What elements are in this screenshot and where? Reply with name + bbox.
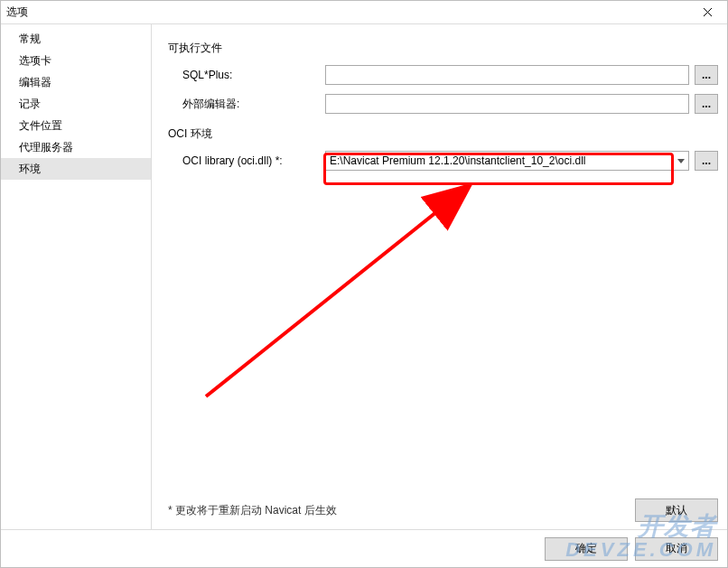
browse-oci-button[interactable]: ... [695,151,718,171]
label-external-editor: 外部编辑器: [168,97,325,112]
combo-oci-value: E:\Navicat Premium 12.1.20\instantclient… [330,154,585,167]
combo-oci-library[interactable]: E:\Navicat Premium 12.1.20\instantclient… [325,151,689,171]
row-oci: OCI library (oci.dll) *: E:\Navicat Prem… [168,151,718,171]
dialog-body: 常规 选项卡 编辑器 记录 文件位置 代理服务器 环境 可执行文件 SQL*Pl… [1,24,727,529]
input-sqlplus[interactable] [325,65,689,85]
input-external-editor[interactable] [325,94,689,114]
restart-hint: * 更改将于重新启动 Navicat 后生效 [168,503,337,518]
section-executable: 可执行文件 [168,41,718,56]
ok-button[interactable]: 确定 [545,537,628,561]
row-external-editor: 外部编辑器: ... [168,94,718,114]
sidebar-item-tabs[interactable]: 选项卡 [1,50,151,71]
chevron-down-icon [677,154,685,167]
button-bar: 确定 取消 [1,529,727,567]
hint-row: * 更改将于重新启动 Navicat 后生效 默认 [168,493,718,529]
sidebar-item-environment[interactable]: 环境 [1,158,151,180]
main-panel: 可执行文件 SQL*Plus: ... 外部编辑器: ... OCI 环境 OC… [152,24,727,529]
annotation-arrow [197,180,549,405]
default-button[interactable]: 默认 [635,498,718,522]
cancel-button[interactable]: 取消 [635,537,718,561]
window-title: 选项 [6,5,28,20]
label-sqlplus: SQL*Plus: [168,69,325,81]
sidebar-item-proxy[interactable]: 代理服务器 [1,136,151,158]
footer-area: * 更改将于重新启动 Navicat 后生效 默认 [168,493,718,529]
close-button[interactable] [687,1,727,24]
label-oci: OCI library (oci.dll) *: [168,154,325,167]
row-sqlplus: SQL*Plus: ... [168,65,718,85]
browse-sqlplus-button[interactable]: ... [695,65,718,85]
sidebar-item-file-location[interactable]: 文件位置 [1,115,151,136]
sidebar-item-records[interactable]: 记录 [1,93,151,115]
close-icon [703,7,713,17]
sidebar-item-general[interactable]: 常规 [1,28,151,50]
sidebar-item-editor[interactable]: 编辑器 [1,71,151,93]
options-dialog: 选项 常规 选项卡 编辑器 记录 文件位置 代理服务器 环境 可执行文件 SQL… [0,0,728,568]
browse-external-editor-button[interactable]: ... [695,94,718,114]
titlebar: 选项 [1,1,727,24]
svg-line-2 [206,187,468,396]
sidebar: 常规 选项卡 编辑器 记录 文件位置 代理服务器 环境 [1,24,152,529]
section-oci: OCI 环境 [168,126,718,142]
